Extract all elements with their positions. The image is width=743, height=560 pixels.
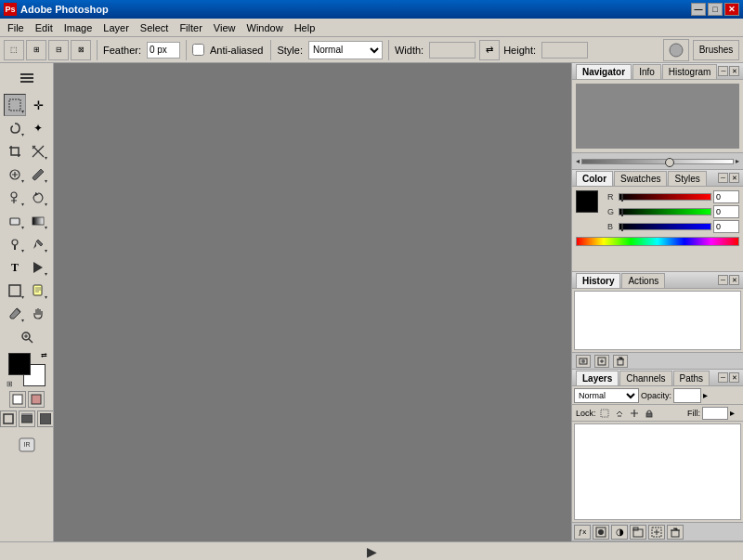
- history-new-doc-btn[interactable]: [594, 355, 609, 368]
- g-slider[interactable]: [619, 208, 711, 215]
- tab-channels[interactable]: Channels: [619, 371, 671, 385]
- layer-mask-btn[interactable]: [593, 525, 609, 540]
- tab-navigator[interactable]: Navigator: [576, 64, 632, 79]
- history-min-btn[interactable]: ─: [718, 275, 728, 285]
- crop-tool-btn[interactable]: [4, 140, 26, 163]
- eyedropper-tool-btn[interactable]: ▾: [4, 303, 26, 325]
- marquee-add-btn[interactable]: ⊟: [48, 40, 69, 60]
- navigator-slider[interactable]: [581, 159, 734, 164]
- healing-brush-btn[interactable]: ▾: [4, 163, 26, 186]
- marquee-tool-btn[interactable]: ▾: [4, 94, 26, 116]
- layer-blend-select[interactable]: Normal Dissolve Multiply: [574, 388, 639, 403]
- menu-help[interactable]: Help: [289, 20, 321, 36]
- fill-arrow[interactable]: ▸: [730, 408, 739, 418]
- switch-colors-icon[interactable]: ⇄: [41, 351, 47, 359]
- lock-image-btn[interactable]: [613, 407, 626, 420]
- magic-wand-btn[interactable]: ✦: [27, 117, 49, 139]
- nav-zoom-out-icon[interactable]: ◂: [576, 157, 580, 165]
- tab-layers[interactable]: Layers: [576, 371, 619, 385]
- color-close-btn[interactable]: ✕: [729, 173, 739, 183]
- pen-tool-btn[interactable]: ▾: [27, 233, 49, 255]
- height-input[interactable]: [541, 42, 588, 59]
- tab-history[interactable]: History: [576, 273, 620, 288]
- r-slider[interactable]: [619, 193, 711, 201]
- menu-select[interactable]: Select: [135, 20, 175, 36]
- jump-to-imageready-btn[interactable]: IR: [5, 434, 49, 456]
- anti-aliased-checkbox[interactable]: [192, 44, 204, 56]
- foreground-color[interactable]: [8, 353, 31, 375]
- layer-group-btn[interactable]: [630, 525, 646, 540]
- history-close-btn[interactable]: ✕: [729, 275, 739, 285]
- default-colors-icon[interactable]: ⊞: [7, 380, 13, 388]
- maximize-button[interactable]: □: [708, 3, 723, 16]
- tab-info[interactable]: Info: [632, 64, 661, 79]
- tab-actions[interactable]: Actions: [621, 273, 665, 288]
- standard-mode-btn[interactable]: [9, 391, 26, 408]
- history-delete-btn[interactable]: [613, 355, 628, 368]
- b-value-input[interactable]: 0: [713, 220, 739, 233]
- tool-options-btn[interactable]: [16, 67, 38, 89]
- dodge-tool-btn[interactable]: ▾: [4, 233, 26, 255]
- hand-tool-btn[interactable]: [27, 303, 49, 325]
- zoom-tool-btn[interactable]: [16, 326, 38, 348]
- b-slider[interactable]: [619, 223, 711, 230]
- menu-window[interactable]: Window: [241, 20, 289, 36]
- lasso-tool-btn[interactable]: ▾: [4, 117, 26, 139]
- r-value-input[interactable]: 0: [713, 190, 739, 203]
- nav-zoom-in-icon[interactable]: ▸: [736, 157, 739, 165]
- lock-transparent-btn[interactable]: [598, 407, 611, 420]
- width-input[interactable]: [429, 42, 476, 59]
- feather-input[interactable]: [147, 42, 180, 59]
- brushes-button[interactable]: Brushes: [693, 40, 739, 60]
- marquee-sub-btn[interactable]: ⊠: [71, 40, 91, 60]
- menu-layer[interactable]: Layer: [98, 20, 135, 36]
- navigator-min-btn[interactable]: ─: [718, 66, 728, 76]
- history-snapshot-btn[interactable]: [576, 355, 591, 368]
- fill-input[interactable]: [702, 407, 728, 420]
- opacity-input[interactable]: [673, 388, 701, 403]
- opacity-arrow[interactable]: ▸: [703, 390, 712, 400]
- tab-paths[interactable]: Paths: [673, 371, 710, 385]
- tool-preset-btn[interactable]: [663, 39, 689, 61]
- marquee-rect-btn[interactable]: ⬚: [4, 40, 24, 60]
- new-layer-btn[interactable]: [648, 525, 665, 540]
- delete-layer-btn[interactable]: [667, 525, 684, 540]
- tab-histogram[interactable]: Histogram: [662, 64, 718, 79]
- layer-fx-btn[interactable]: ƒx: [574, 525, 591, 540]
- menu-file[interactable]: File: [2, 20, 30, 36]
- menu-filter[interactable]: Filter: [174, 20, 207, 36]
- layer-adjustment-btn[interactable]: ◑: [611, 525, 628, 540]
- tab-styles[interactable]: Styles: [668, 171, 706, 186]
- tab-swatches[interactable]: Swatches: [614, 171, 667, 186]
- swap-dimensions-btn[interactable]: ⇄: [479, 40, 500, 60]
- fullscreen-btn[interactable]: [37, 410, 54, 427]
- gradient-tool-btn[interactable]: ▾: [27, 210, 49, 232]
- path-selection-btn[interactable]: ▾: [27, 256, 49, 279]
- lock-all-btn[interactable]: [643, 407, 656, 420]
- shape-tool-btn[interactable]: ▾: [4, 280, 26, 302]
- style-select[interactable]: Normal Fixed Ratio Fixed Size: [308, 41, 383, 59]
- move-tool-btn[interactable]: ✛: [27, 94, 49, 116]
- layers-close-btn[interactable]: ✕: [729, 372, 739, 383]
- close-button[interactable]: ✕: [724, 3, 739, 16]
- menu-edit[interactable]: Edit: [30, 20, 59, 36]
- layers-min-btn[interactable]: ─: [718, 372, 728, 383]
- color-swatch[interactable]: [576, 190, 598, 213]
- brush-tool-btn[interactable]: ▾: [27, 163, 49, 186]
- color-spectrum[interactable]: [576, 237, 739, 246]
- marquee-opts-btn[interactable]: ⊞: [26, 40, 46, 60]
- fullscreen-menu-btn[interactable]: [19, 410, 35, 427]
- minimize-button[interactable]: —: [691, 3, 706, 16]
- color-min-btn[interactable]: ─: [718, 173, 728, 183]
- history-brush-btn[interactable]: ▾: [27, 187, 49, 209]
- tab-color[interactable]: Color: [576, 171, 613, 186]
- lock-move-btn[interactable]: [628, 407, 641, 420]
- menu-image[interactable]: Image: [59, 20, 98, 36]
- menu-view[interactable]: View: [208, 20, 241, 36]
- g-value-input[interactable]: 0: [713, 205, 739, 218]
- quick-mask-btn[interactable]: [28, 391, 45, 408]
- navigator-close-btn[interactable]: ✕: [729, 66, 739, 76]
- clone-stamp-btn[interactable]: ▾: [4, 187, 26, 209]
- standard-screen-btn[interactable]: [0, 410, 17, 427]
- notes-tool-btn[interactable]: ▾: [27, 280, 49, 302]
